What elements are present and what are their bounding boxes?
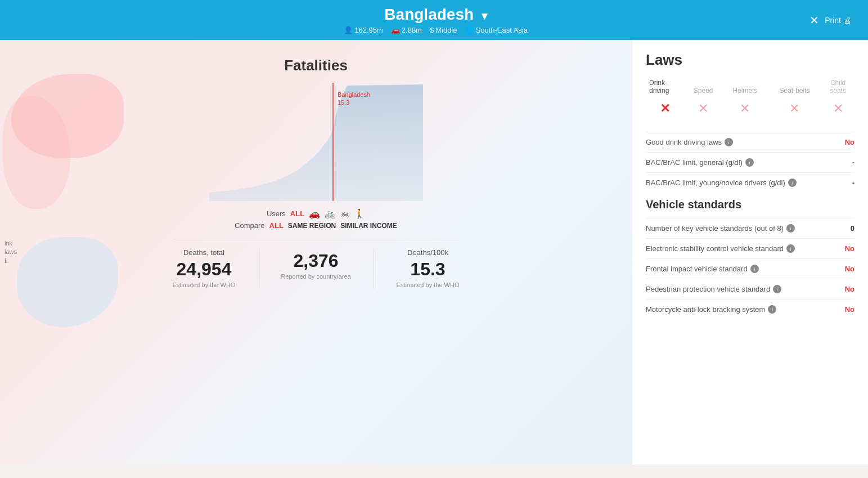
- vs-count-label: Number of key vehicle standards (out of …: [646, 224, 832, 233]
- header: Bangladesh ▾ 👤 162.95m 🚗 2.88m $ Middle …: [0, 0, 868, 40]
- vs-count-text: Number of key vehicle standards (out of …: [646, 224, 784, 233]
- stats-section: Deaths, total 24,954 Estimated by the WH…: [173, 239, 460, 289]
- car-user-icon[interactable]: 🚗: [309, 208, 320, 219]
- col-speed[interactable]: Speed: [684, 77, 722, 97]
- laws-table: Drink-driving Speed Helmets Seat-belts C…: [646, 77, 854, 120]
- law-drink-driving-value: No: [832, 138, 854, 146]
- stat-reported: 2,376 Reported by country/area: [281, 248, 350, 289]
- mark-helmets: ✕: [722, 97, 768, 120]
- col-seat-belts[interactable]: Seat-belts: [768, 77, 821, 97]
- expand-icon[interactable]: ✕: [809, 14, 819, 27]
- chart-label: Bangladesh: [338, 91, 370, 98]
- person-icon: 👤: [344, 26, 353, 34]
- mark-child-seats: ✕: [821, 97, 854, 120]
- compare-all[interactable]: ALL: [269, 221, 284, 230]
- vs-frontal-text: Frontal impact vehicle standard: [646, 265, 748, 273]
- car-icon: 🚗: [391, 26, 400, 34]
- stat-deaths-total-sublabel: Estimated by the WHO: [173, 281, 236, 289]
- header-center: Bangladesh ▾ 👤 162.95m 🚗 2.88m $ Middle …: [62, 6, 809, 34]
- chart-controls: Users ALL 🚗 🚲 🏍 🚶 Compare ALL SAME REGIO…: [235, 208, 397, 230]
- vs-frontal-label: Frontal impact vehicle standard i: [646, 265, 832, 273]
- stat-deaths-total: Deaths, total 24,954 Estimated by the WH…: [173, 248, 236, 289]
- law-row-bac-general: BAC/BrAC limit, general (g/dl) i -: [646, 152, 854, 172]
- walk-user-icon[interactable]: 🚶: [354, 208, 365, 219]
- info-icon-vs-count[interactable]: i: [786, 224, 795, 233]
- red-x-icon: ✕: [660, 101, 670, 115]
- dropdown-arrow[interactable]: ▾: [482, 10, 487, 22]
- country-name: Bangladesh: [384, 6, 474, 23]
- info-icon-esc[interactable]: i: [786, 244, 795, 253]
- bike-user-icon[interactable]: 🚲: [325, 208, 336, 219]
- vs-row-pedestrian: Pedestrian protection vehicle standard i…: [646, 279, 854, 299]
- header-right: ✕ Print 🖨: [809, 14, 851, 27]
- print-button[interactable]: Print 🖨: [825, 16, 851, 25]
- vs-esc-text: Electronic stability control vehicle sta…: [646, 244, 784, 253]
- laws-section: Laws Drink-driving Speed Helmets Seat-be…: [646, 51, 854, 193]
- info-icon-bac-young[interactable]: i: [788, 178, 797, 187]
- vs-row-esc: Electronic stability control vehicle sta…: [646, 238, 854, 258]
- right-panel: Laws Drink-driving Speed Helmets Seat-be…: [632, 40, 868, 464]
- law-bac-young-value: -: [832, 178, 854, 187]
- stat-per100k-label: Deaths/100k: [397, 248, 460, 257]
- pink-x-icon-childseats: ✕: [833, 101, 843, 115]
- laws-title: Laws: [646, 51, 854, 69]
- law-bac-young-text: BAC/BrAC limit, young/novice drivers (g/…: [646, 178, 785, 187]
- mark-drink-driving: ✕: [646, 97, 684, 120]
- law-drink-driving-text: Good drink driving laws: [646, 138, 722, 146]
- law-row-bac-young-label: BAC/BrAC limit, young/novice drivers (g/…: [646, 178, 832, 187]
- stat-reported-sublabel: Reported by country/area: [281, 272, 350, 280]
- vehicle-standards-title: Vehicle standards: [646, 198, 854, 211]
- meta-population: 👤 162.95m: [344, 26, 383, 34]
- fatalities-title: Fatalities: [284, 57, 348, 74]
- vs-pedestrian-label: Pedestrian protection vehicle standard i: [646, 285, 832, 293]
- compare-similar-income[interactable]: SIMILAR INCOME: [340, 222, 397, 230]
- stat-per100k-sublabel: Estimated by the WHO: [397, 281, 460, 289]
- stat-per100k: Deaths/100k 15.3 Estimated by the WHO: [397, 248, 460, 289]
- stat-divider-2: [374, 248, 374, 289]
- vs-row-frontal: Frontal impact vehicle standard i No: [646, 258, 854, 279]
- vs-pedestrian-text: Pedestrian protection vehicle standard: [646, 285, 770, 293]
- pink-x-icon-helmets: ✕: [740, 101, 750, 115]
- mark-seat-belts: ✕: [768, 97, 821, 120]
- header-meta: 👤 162.95m 🚗 2.88m $ Middle 🌐 South-East …: [62, 26, 809, 34]
- col-drink-driving[interactable]: Drink-driving: [646, 77, 684, 97]
- page-title[interactable]: Bangladesh ▾: [62, 6, 809, 24]
- compare-row: Compare ALL SAME REGION SIMILAR INCOME: [235, 221, 397, 230]
- info-icon-drink-driving[interactable]: i: [725, 138, 733, 146]
- compare-label: Compare: [235, 221, 264, 230]
- law-row-drink-driving-label: Good drink driving laws i: [646, 138, 832, 146]
- info-icon-frontal[interactable]: i: [750, 265, 759, 273]
- vs-moto-value: No: [832, 305, 854, 314]
- stat-per100k-value: 15.3: [397, 259, 460, 280]
- users-row: Users ALL 🚗 🚲 🏍 🚶: [267, 208, 365, 219]
- vs-moto-label: Motorcycle anti-lock bracking system i: [646, 305, 832, 314]
- law-row-bac-young: BAC/BrAC limit, young/novice drivers (g/…: [646, 172, 854, 193]
- vs-esc-value: No: [832, 244, 854, 253]
- chart-value: 15.3: [338, 99, 349, 106]
- col-child-seats[interactable]: Childseats: [821, 77, 854, 97]
- info-icon-bac-general[interactable]: i: [745, 158, 754, 167]
- vs-esc-label: Electronic stability control vehicle sta…: [646, 244, 832, 253]
- dollar-icon: $: [430, 26, 434, 34]
- info-icon-pedestrian[interactable]: i: [773, 285, 781, 293]
- law-bac-general-text: BAC/BrAC limit, general (g/dl): [646, 158, 743, 167]
- compare-same-region[interactable]: SAME REGION: [288, 222, 336, 230]
- law-row-bac-general-label: BAC/BrAC limit, general (g/dl) i: [646, 158, 832, 167]
- law-row-drink-driving: Good drink driving laws i No: [646, 132, 854, 152]
- vehicle-standards-section: Vehicle standards Number of key vehicle …: [646, 198, 854, 319]
- stat-reported-value: 2,376: [281, 251, 350, 271]
- mark-speed: ✕: [684, 97, 722, 120]
- printer-icon: 🖨: [843, 16, 851, 25]
- users-all[interactable]: ALL: [290, 209, 304, 218]
- globe-icon: 🌐: [465, 26, 474, 34]
- moto-user-icon[interactable]: 🏍: [340, 209, 349, 219]
- left-panel: ink laws ℹ Fatalities: [0, 40, 632, 464]
- stat-deaths-total-label: Deaths, total: [173, 248, 236, 257]
- info-icon-moto[interactable]: i: [768, 305, 776, 314]
- vs-row-moto: Motorcycle anti-lock bracking system i N…: [646, 299, 854, 319]
- users-label: Users: [267, 209, 286, 218]
- main-content: ink laws ℹ Fatalities: [0, 40, 868, 464]
- col-helmets[interactable]: Helmets: [722, 77, 768, 97]
- chart-area: [209, 84, 423, 201]
- vs-frontal-value: No: [832, 265, 854, 273]
